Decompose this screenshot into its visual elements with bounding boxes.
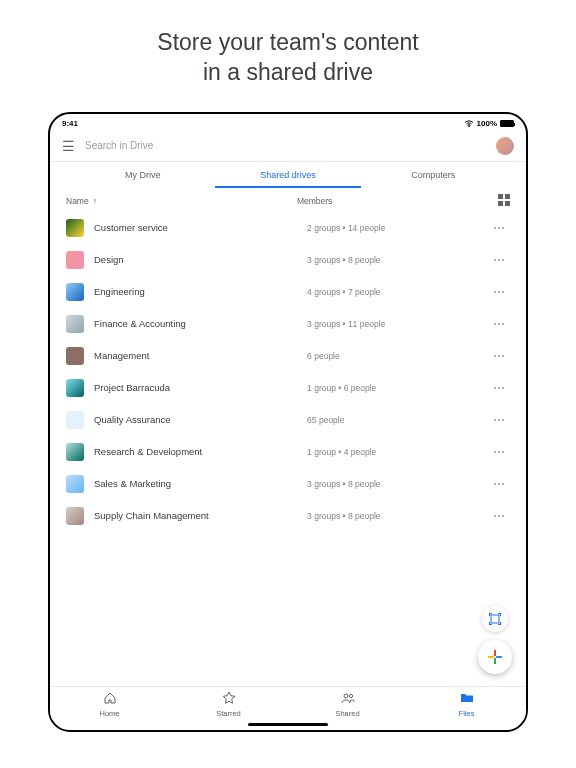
device-frame: 9:41 100% ☰ Search in Drive My Drive Sha…	[48, 112, 528, 732]
home-indicator	[248, 723, 328, 726]
star-icon	[222, 691, 236, 708]
battery-percent: 100%	[477, 119, 497, 128]
more-options-icon[interactable]: ⋯	[489, 413, 510, 427]
more-options-icon[interactable]: ⋯	[489, 509, 510, 523]
svg-point-17	[344, 694, 348, 698]
svg-point-18	[349, 694, 352, 697]
tab-my-drive[interactable]: My Drive	[70, 162, 215, 188]
drive-members: 3 groups • 8 people	[307, 479, 489, 489]
bottom-nav: Home Starred Shared Files	[50, 686, 526, 720]
nav-home[interactable]: Home	[50, 691, 169, 718]
drive-members: 2 groups • 14 people	[307, 223, 489, 233]
search-bar[interactable]: ☰ Search in Drive	[50, 131, 526, 161]
search-input[interactable]: Search in Drive	[85, 140, 486, 151]
avatar[interactable]	[496, 137, 514, 155]
column-name-header[interactable]: Name ↑	[66, 196, 297, 206]
drive-members: 3 groups • 8 people	[307, 255, 489, 265]
more-options-icon[interactable]: ⋯	[489, 253, 510, 267]
tab-shared-drives[interactable]: Shared drives	[215, 162, 360, 188]
drive-name: Design	[94, 254, 307, 265]
svg-rect-1	[505, 194, 510, 199]
drive-thumbnail	[66, 443, 84, 461]
drive-members: 1 group • 4 people	[307, 447, 489, 457]
more-options-icon[interactable]: ⋯	[489, 285, 510, 299]
drive-thumbnail	[66, 251, 84, 269]
grid-view-icon[interactable]	[498, 194, 510, 208]
wifi-icon	[464, 119, 474, 129]
more-options-icon[interactable]: ⋯	[489, 349, 510, 363]
drive-thumbnail	[66, 219, 84, 237]
drive-row[interactable]: Supply Chain Management3 groups • 8 peop…	[58, 500, 518, 532]
sort-ascending-icon: ↑	[93, 196, 97, 206]
drive-thumbnail	[66, 315, 84, 333]
drive-name: Management	[94, 350, 307, 361]
drive-thumbnail	[66, 347, 84, 365]
drive-members: 3 groups • 8 people	[307, 511, 489, 521]
svg-rect-3	[505, 201, 510, 206]
drive-thumbnail	[66, 283, 84, 301]
drive-members: 3 groups • 11 people	[307, 319, 489, 329]
tabs: My Drive Shared drives Computers	[50, 162, 526, 188]
drive-members: 1 group • 6 people	[307, 383, 489, 393]
add-button[interactable]	[478, 640, 512, 674]
drive-name: Engineering	[94, 286, 307, 297]
status-time: 9:41	[62, 119, 78, 128]
nav-shared[interactable]: Shared	[288, 691, 407, 718]
drive-members: 65 people	[307, 415, 489, 425]
drive-name: Research & Development	[94, 446, 307, 457]
drive-name: Quality Assurance	[94, 414, 307, 425]
drive-row[interactable]: Sales & Marketing3 groups • 8 people⋯	[58, 468, 518, 500]
battery-icon	[500, 120, 514, 127]
svg-rect-2	[498, 201, 503, 206]
home-icon	[103, 691, 117, 708]
status-bar: 9:41 100%	[50, 114, 526, 131]
shared-drives-list: Customer service2 groups • 14 people⋯Des…	[50, 212, 526, 686]
more-options-icon[interactable]: ⋯	[489, 317, 510, 331]
people-icon	[341, 691, 355, 708]
drive-row[interactable]: Finance & Accounting3 groups • 11 people…	[58, 308, 518, 340]
svg-rect-0	[498, 194, 503, 199]
drive-name: Customer service	[94, 222, 307, 233]
drive-name: Project Barracuda	[94, 382, 307, 393]
column-members-header: Members	[297, 196, 498, 206]
drive-row[interactable]: Design3 groups • 8 people⋯	[58, 244, 518, 276]
more-options-icon[interactable]: ⋯	[489, 477, 510, 491]
drive-thumbnail	[66, 507, 84, 525]
drive-name: Supply Chain Management	[94, 510, 307, 521]
drive-row[interactable]: Management6 people⋯	[58, 340, 518, 372]
svg-rect-14	[494, 658, 496, 664]
nav-starred[interactable]: Starred	[169, 691, 288, 718]
drive-row[interactable]: Quality Assurance65 people⋯	[58, 404, 518, 436]
svg-rect-4	[491, 615, 499, 623]
drive-name: Sales & Marketing	[94, 478, 307, 489]
drive-name: Finance & Accounting	[94, 318, 307, 329]
drive-row[interactable]: Project Barracuda1 group • 6 people⋯	[58, 372, 518, 404]
drive-row[interactable]: Customer service2 groups • 14 people⋯	[58, 212, 518, 244]
more-options-icon[interactable]: ⋯	[489, 445, 510, 459]
drive-thumbnail	[66, 379, 84, 397]
svg-rect-10	[489, 622, 490, 625]
more-options-icon[interactable]: ⋯	[489, 221, 510, 235]
svg-rect-8	[500, 613, 501, 616]
list-header: Name ↑ Members	[50, 188, 526, 212]
svg-rect-12	[500, 622, 501, 625]
nav-files[interactable]: Files	[407, 691, 526, 718]
svg-rect-6	[489, 613, 490, 616]
drive-members: 4 groups • 7 people	[307, 287, 489, 297]
marketing-headline: Store your team's content in a shared dr…	[157, 28, 418, 88]
drive-row[interactable]: Engineering4 groups • 7 people⋯	[58, 276, 518, 308]
drive-thumbnail	[66, 475, 84, 493]
drive-row[interactable]: Research & Development1 group • 4 people…	[58, 436, 518, 468]
svg-rect-15	[488, 656, 494, 658]
menu-icon[interactable]: ☰	[62, 138, 75, 154]
svg-rect-16	[496, 656, 502, 658]
drive-members: 6 people	[307, 351, 489, 361]
scan-button[interactable]	[482, 606, 508, 632]
folder-icon	[460, 691, 474, 708]
tab-computers[interactable]: Computers	[361, 162, 506, 188]
svg-rect-13	[494, 650, 496, 656]
drive-thumbnail	[66, 411, 84, 429]
more-options-icon[interactable]: ⋯	[489, 381, 510, 395]
